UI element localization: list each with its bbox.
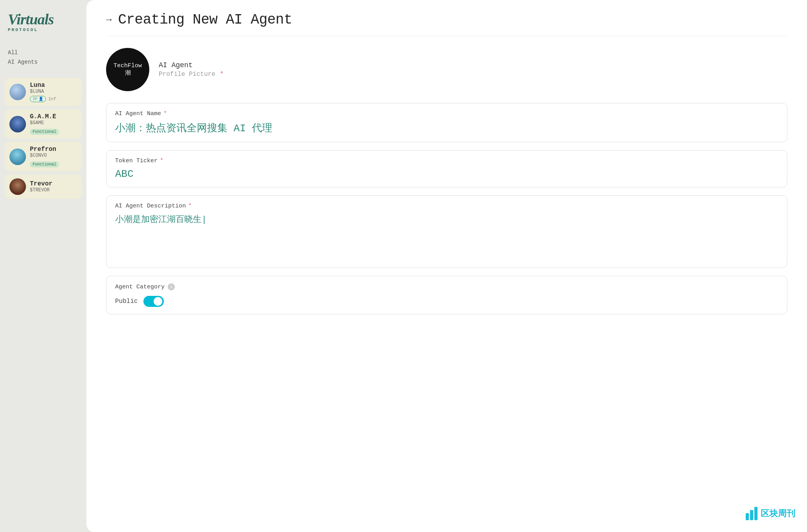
name-required-star: * <box>163 110 167 117</box>
agent-ticker-game: $GAME <box>30 120 77 126</box>
page-title: Creating New AI Agent <box>118 12 292 28</box>
watermark: 区块周刊 <box>746 507 795 520</box>
public-toggle[interactable] <box>143 296 164 307</box>
nav-ai-agents[interactable]: AI Agents <box>8 57 79 67</box>
avatar-luna <box>9 84 26 100</box>
badge-row-game: Functional <box>30 127 77 135</box>
agent-ticker-prefron: $CONVO <box>30 153 77 158</box>
profile-section: TechFlow 潮 AI Agent Profile Picture * <box>106 48 787 91</box>
prefron-badge: Functional <box>30 161 59 167</box>
nav-all[interactable]: All <box>8 48 79 57</box>
game-badge: Functional <box>30 129 59 135</box>
agent-info-prefron: Prefron $CONVO Functional <box>30 146 77 167</box>
agent-ticker-trevor: $TREVOR <box>30 187 77 193</box>
logo-area: Virtuals PROTOCOL <box>0 8 86 44</box>
agent-name-field[interactable]: AI Agent Name * 小潮：热点资讯全网搜集 AI 代理 <box>106 103 787 142</box>
profile-avatar-text: TechFlow 潮 <box>106 62 149 77</box>
bar-1 <box>746 513 749 520</box>
luna-badge-text: Inf <box>48 97 56 101</box>
category-label-row: Agent Category i <box>115 283 778 290</box>
toggle-label: Public <box>115 298 138 305</box>
token-ticker-label: Token Ticker * <box>115 158 778 164</box>
watermark-bars <box>746 507 757 520</box>
category-section: Agent Category i Public <box>106 276 787 314</box>
watermark-text: 区块周刊 <box>761 508 795 519</box>
agent-list: Luna $LUNA IP 👤 Inf <box>0 75 86 202</box>
agent-name-luna: Luna <box>30 82 77 89</box>
agent-ticker-luna: $LUNA <box>30 89 77 94</box>
desc-required-star: * <box>188 203 192 209</box>
sidebar: Virtuals PROTOCOL All AI Agents Luna $LU… <box>0 0 86 532</box>
category-label: Agent Category <box>115 284 165 290</box>
description-value[interactable]: 小潮是加密江湖百晓生| <box>115 213 778 260</box>
logo-cursive: Virtuals <box>8 12 54 27</box>
ticker-required-star: * <box>160 158 163 164</box>
agent-info-luna: Luna $LUNA IP 👤 Inf <box>30 82 77 102</box>
description-field[interactable]: AI Agent Description * 小潮是加密江湖百晓生| <box>106 195 787 268</box>
agent-name-prefron: Prefron <box>30 146 77 153</box>
agent-info-game: G.A.M.E $GAME Functional <box>30 113 77 135</box>
nav-section: All AI Agents <box>0 44 86 71</box>
agent-name-game: G.A.M.E <box>30 113 77 120</box>
category-info-icon[interactable]: i <box>168 283 175 290</box>
avatar-game <box>9 116 26 132</box>
main-panel: → Creating New AI Agent TechFlow 潮 AI Ag… <box>86 0 807 532</box>
logo-sub: PROTOCOL <box>8 28 38 32</box>
bar-3 <box>754 507 757 520</box>
token-ticker-value[interactable]: ABC <box>115 168 778 180</box>
avatar-prefron <box>9 149 26 165</box>
profile-labels: AI Agent Profile Picture * <box>159 61 224 78</box>
token-ticker-field[interactable]: Token Ticker * ABC <box>106 150 787 187</box>
profile-agent-label: AI Agent <box>159 61 224 69</box>
badge-row-luna: IP 👤 Inf <box>30 96 77 102</box>
agent-info-trevor: Trevor $TREVOR <box>30 180 77 193</box>
page-header: → Creating New AI Agent <box>106 12 787 36</box>
profile-required-star: * <box>216 71 224 78</box>
agent-card-header-prefron: Prefron $CONVO Functional <box>9 146 77 167</box>
ip-label: IP <box>33 97 37 101</box>
arrow-icon: → <box>106 15 112 25</box>
profile-avatar[interactable]: TechFlow 潮 <box>106 48 149 91</box>
avatar-trevor <box>9 178 26 195</box>
agent-card-trevor[interactable]: Trevor $TREVOR <box>5 174 82 199</box>
agent-name-value[interactable]: 小潮：热点资讯全网搜集 AI 代理 <box>115 121 778 135</box>
agent-card-luna[interactable]: Luna $LUNA IP 👤 Inf <box>5 78 82 106</box>
bar-2 <box>750 510 753 520</box>
agent-card-header-trevor: Trevor $TREVOR <box>9 178 77 195</box>
agent-name-trevor: Trevor <box>30 180 77 187</box>
ip-badge-luna: IP 👤 <box>30 96 46 102</box>
badge-row-prefron: Functional <box>30 160 77 167</box>
ip-icon: 👤 <box>39 97 43 101</box>
toggle-row: Public <box>115 296 778 307</box>
profile-picture-label: Profile Picture * <box>159 71 224 78</box>
agent-card-prefron[interactable]: Prefron $CONVO Functional <box>5 142 82 171</box>
description-label: AI Agent Description * <box>115 203 778 209</box>
agent-name-label: AI Agent Name * <box>115 110 778 117</box>
agent-card-header: Luna $LUNA IP 👤 Inf <box>9 82 77 102</box>
agent-card-header-game: G.A.M.E $GAME Functional <box>9 113 77 135</box>
agent-card-game[interactable]: G.A.M.E $GAME Functional <box>5 109 82 139</box>
